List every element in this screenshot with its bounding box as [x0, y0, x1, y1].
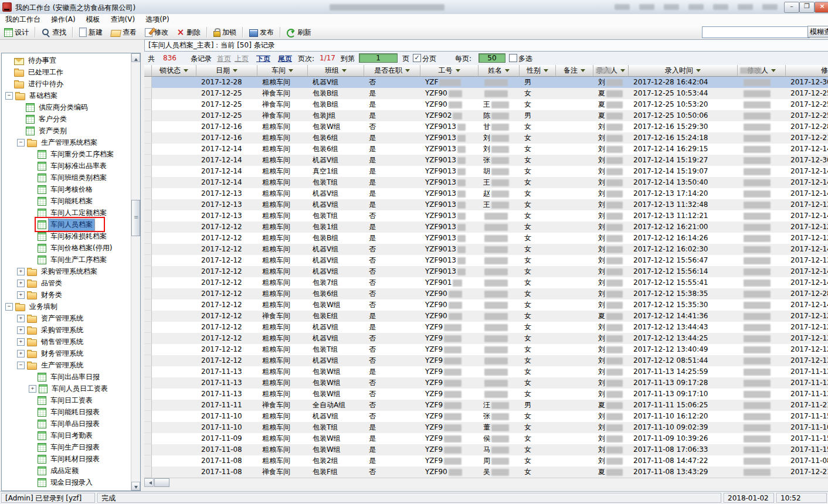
menu-item-2[interactable]: 操作(A) — [46, 14, 81, 25]
tree-item[interactable]: +采购管理系统 — [2, 324, 130, 336]
row-selector[interactable] — [144, 132, 152, 144]
tree-item-label[interactable]: 已处理工作 — [26, 67, 65, 78]
edit-button[interactable]: 修改 — [141, 26, 172, 39]
table-row[interactable]: 2017-12-12粗粮车间包装T组否YZF9女刘2017-12-12 13:4… — [144, 344, 828, 355]
new-doc-button[interactable]: 新建 — [75, 26, 107, 39]
table-row[interactable]: 2017-12-14粗粮车间包装6组是YZF9013刘女刘2017-12-14 … — [144, 144, 828, 155]
column-header-日期[interactable]: 日期 — [196, 65, 257, 77]
table-row[interactable]: 2017-11-08禅食车间包装F组否YZF90吴女夏2017-11-08 13… — [144, 466, 828, 478]
row-selector[interactable] — [144, 144, 152, 155]
filter-arrow-icon[interactable] — [696, 69, 701, 72]
scroll-down-icon[interactable] — [131, 482, 140, 491]
table-row[interactable]: 2017-12-12粗粮车间包装6组否YZF90女刘2017-12-12 15:… — [144, 288, 828, 299]
tree-item-label[interactable]: 财务类 — [39, 290, 64, 301]
column-header-姓名[interactable]: 姓名 — [479, 65, 520, 77]
row-selector[interactable] — [144, 244, 152, 255]
tree-item-label[interactable]: 生产管理系统 — [39, 360, 85, 371]
collapse-minus-icon[interactable]: − — [5, 303, 13, 311]
row-selector[interactable] — [144, 88, 152, 99]
horizontal-scrollbar[interactable] — [144, 478, 828, 488]
tree-item-label[interactable]: 车间能耗日报表 — [49, 407, 101, 418]
expand-plus-icon[interactable]: + — [17, 291, 25, 299]
menu-item-3[interactable]: 模板 — [81, 14, 106, 25]
tree-item-label[interactable]: 车间重分类工序档案 — [49, 149, 116, 160]
tree-item-label[interactable]: 待办事宜 — [26, 55, 58, 66]
row-selector[interactable] — [144, 333, 152, 344]
row-selector[interactable] — [144, 299, 152, 311]
per-page-input[interactable]: 50 — [479, 53, 505, 63]
table-row[interactable]: 2017-12-12粗粮车间机器V组否YZF9013女刘2017-12-12 1… — [144, 244, 828, 255]
tree-item-label[interactable]: 业务填制 — [28, 301, 59, 312]
tree-item[interactable]: 车间班组类别档案 — [2, 172, 130, 183]
table-row[interactable]: 2017-11-08粗粮车间包装W组是YZF9马女刘2017-11-08 17:… — [144, 444, 828, 455]
table-row[interactable]: 2017-12-12粗粮车间机器V组否YZF9女刘2017-12-12 13:4… — [144, 333, 828, 344]
expand-plus-icon[interactable]: + — [17, 326, 25, 334]
row-selector[interactable] — [144, 121, 152, 132]
table-row[interactable]: 2017-12-12粗粮车间机器V组否YZF9女刘2017-12-12 08:5… — [144, 355, 828, 366]
row-selector[interactable] — [144, 344, 152, 355]
row-selector[interactable] — [144, 166, 152, 177]
row-selector[interactable] — [144, 77, 152, 88]
tree-scrollbar[interactable] — [131, 53, 140, 491]
tree-item[interactable]: 车间人员档案 — [2, 219, 130, 230]
row-selector[interactable] — [144, 355, 152, 366]
tree-item-label[interactable]: 车间出品率日报 — [49, 372, 101, 383]
tree-item[interactable]: +采购管理系统档案 — [2, 265, 130, 277]
tree-item-label[interactable]: 销售管理系统 — [39, 336, 85, 348]
tree-item-label[interactable]: 成品定额 — [49, 465, 80, 476]
column-header-班组[interactable]: 班组 — [308, 65, 364, 77]
tree-item[interactable]: +财务类 — [2, 289, 130, 301]
tree-item-label[interactable]: 车间日考勤表 — [49, 430, 94, 441]
tree-item[interactable]: +财务管理系统 — [2, 348, 130, 359]
tree-item-label[interactable]: 资产管理系统 — [39, 313, 85, 324]
filter-arrow-icon[interactable] — [505, 69, 510, 72]
tree-item-label[interactable]: 车间耗材日报表 — [49, 454, 101, 465]
lock-button[interactable]: 加锁 — [209, 26, 240, 39]
tree-item-label[interactable]: 基础档案 — [28, 90, 59, 101]
table-row[interactable]: 2017-11-11禅食车间全自动A组否YZF9汪男夏2017-11-11 15… — [144, 400, 828, 411]
column-header-录入时间[interactable]: 录入时间 — [629, 65, 738, 77]
tree-item[interactable]: 车间能耗日报表 — [2, 406, 130, 418]
row-selector[interactable] — [144, 210, 152, 222]
filter-arrow-icon[interactable] — [581, 69, 585, 72]
tree-item-label[interactable]: 车间考核价格 — [49, 184, 94, 195]
row-selector[interactable] — [144, 233, 152, 244]
tree-item-label[interactable]: 现金日报录入 — [49, 477, 94, 488]
row-selector[interactable] — [144, 455, 152, 466]
tree-item-label[interactable]: 采购管理系统档案 — [39, 266, 99, 277]
magnifier-button[interactable]: 查找 — [38, 26, 70, 39]
tree-item[interactable]: +车间人员日工资表 — [2, 383, 130, 394]
table-row[interactable]: 2017-12-12粗粮车间包装1组是YZF9013女刘2017-12-12 1… — [144, 222, 828, 233]
tree-item-label[interactable]: 供应商分类编码 — [37, 102, 90, 113]
table-row[interactable]: 2017-12-12粗粮车间包装W组否YZF90女刘2017-12-12 15:… — [144, 299, 828, 311]
table-row[interactable]: 2017-12-25禅食车间包装J组是YZF902陈男夏2017-12-25 1… — [144, 110, 828, 121]
tree-item[interactable]: −基础档案 — [2, 90, 130, 101]
tree-item-label[interactable]: 车间生产工序档案 — [49, 254, 108, 265]
table-row[interactable]: 2017-12-13粗粮车间机器V组是YZF9013赵女刘2017-12-13 … — [144, 188, 828, 199]
tree-item[interactable]: 资产类别 — [2, 125, 130, 137]
first-page-link[interactable]: 首页 — [217, 54, 231, 64]
filter-arrow-icon[interactable] — [342, 69, 347, 72]
table-row[interactable]: 2017-12-14粗粮车间真空1组是YZF9013胡女刘2017-12-14 … — [144, 166, 828, 177]
filter-arrow-icon[interactable] — [544, 69, 548, 72]
table-row[interactable]: 2017-12-13粗粮车间机器V组是YZF9013王女刘2017-12-13 … — [144, 199, 828, 210]
row-selector[interactable] — [144, 377, 152, 389]
next-page-link[interactable]: 下页 — [256, 54, 270, 64]
last-page-link[interactable]: 尾页 — [278, 54, 292, 64]
row-selector[interactable] — [144, 255, 152, 266]
row-selector[interactable] — [144, 433, 152, 444]
tree-item[interactable]: +资产管理系统 — [2, 312, 130, 324]
menu-item-4[interactable]: 查询(V) — [106, 14, 141, 25]
column-header-是否在职[interactable]: 是否在职 — [364, 65, 420, 77]
column-header-车间[interactable]: 车间 — [257, 65, 308, 77]
tree-item[interactable]: 车间重分类工序档案 — [2, 148, 130, 160]
tree-item-label[interactable]: 车间生产日报表 — [49, 442, 101, 453]
row-selector[interactable] — [144, 400, 152, 411]
table-row[interactable]: 2017-11-13粗粮车间包装W组是YZF9女刘2017-11-13 14:2… — [144, 366, 828, 377]
filter-arrow-icon[interactable] — [771, 69, 776, 72]
tree-item-label[interactable]: 品管类 — [39, 278, 64, 289]
open-folder-button[interactable]: 查看 — [107, 26, 141, 39]
tree-item-label[interactable]: 采购管理系统 — [39, 325, 85, 336]
row-selector[interactable] — [144, 155, 152, 166]
row-selector[interactable] — [144, 99, 152, 110]
